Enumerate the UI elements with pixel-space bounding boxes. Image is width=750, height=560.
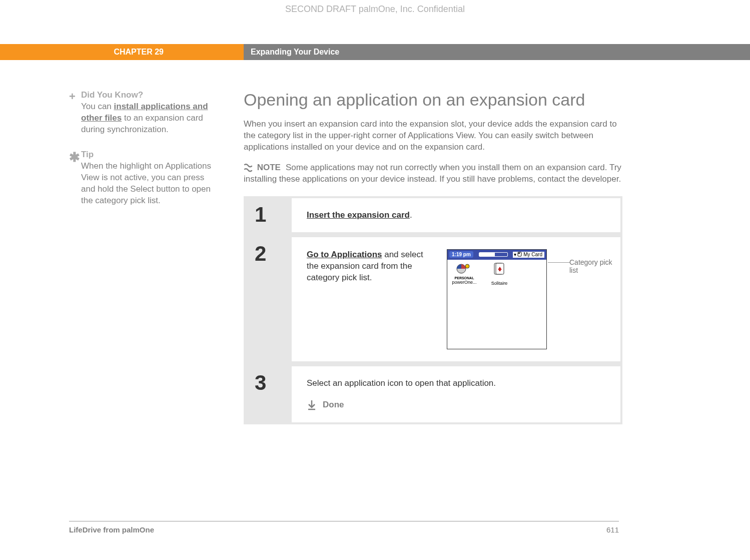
chapter-title: Expanding Your Device [244, 44, 750, 60]
main-content: Opening an application on an expansion c… [244, 90, 750, 424]
go-to-applications-link[interactable]: Go to Applications [307, 250, 382, 259]
tip-text: When the highlight on Applications View … [81, 161, 220, 207]
svg-point-3 [465, 264, 469, 268]
step-3: 3 Select an application icon to open tha… [246, 361, 620, 422]
app-label-2a [485, 276, 513, 281]
tip-content: Tip When the highlight on Applications V… [81, 150, 220, 207]
svg-point-6 [499, 269, 501, 271]
done-row: Done [307, 399, 611, 410]
device-screenshot: 1:19 pm ▾ My Card [447, 249, 547, 349]
header-bar: CHAPTER 29 Expanding Your Device [0, 44, 750, 60]
footer: LifeDrive from palmOne 611 [69, 521, 619, 534]
dyk-pre: You can [81, 102, 114, 111]
did-you-know-text: You can install applications and other f… [81, 101, 220, 136]
category-picker[interactable]: ▾ My Card [513, 252, 544, 258]
card-icon [517, 252, 522, 258]
page-heading: Opening an application on an expansion c… [244, 90, 622, 110]
note-label: NOTE [257, 163, 281, 172]
step-3-text: Select an application icon to open that … [307, 378, 611, 388]
note-block: NOTESome applications may not run correc… [244, 162, 622, 185]
plus-icon: + [69, 90, 81, 136]
step-1-body: Insert the expansion card. [292, 198, 620, 232]
app-solitaire[interactable]: Solitaire [485, 262, 513, 286]
watermark-text: SECOND DRAFT palmOne, Inc. Confidential [0, 4, 750, 15]
step-2: 2 Go to Applications and select the expa… [246, 232, 620, 361]
screenshot-titlebar: 1:19 pm ▾ My Card [447, 250, 546, 260]
step-3-number: 3 [246, 366, 292, 422]
intro-paragraph: When you insert an expansion card into t… [244, 119, 622, 153]
app-powerone[interactable]: PERSONAL powerOne... [450, 262, 478, 286]
tip-block: ✱ Tip When the highlight on Applications… [69, 150, 220, 207]
footer-page-number: 611 [606, 525, 619, 534]
asterisk-icon: ✱ [69, 150, 81, 207]
note-icon [244, 163, 253, 172]
app-label-1a: PERSONAL [450, 276, 478, 280]
done-arrow-icon [307, 399, 317, 410]
chevron-down-icon: ▾ [514, 252, 516, 257]
step-2-text: Go to Applications and select the expans… [307, 249, 437, 284]
did-you-know-block: + Did You Know? You can install applicat… [69, 90, 220, 136]
step-2-body: Go to Applications and select the expans… [292, 237, 620, 361]
step-1: 1 Insert the expansion card. [246, 198, 620, 232]
callout-line [548, 262, 570, 263]
page-body: + Did You Know? You can install applicat… [0, 90, 750, 424]
step-1-tail: . [410, 210, 412, 220]
did-you-know-heading: Did You Know? [81, 90, 220, 100]
app-label-2b: Solitaire [485, 281, 513, 286]
tip-heading: Tip [81, 150, 220, 160]
footer-product: LifeDrive from palmOne [69, 525, 154, 534]
did-you-know-content: Did You Know? You can install applicatio… [81, 90, 220, 136]
step-3-body: Select an application icon to open that … [292, 366, 620, 422]
screenshot-time: 1:19 pm [449, 251, 473, 258]
battery-icon [479, 252, 508, 257]
step-2-number: 2 [246, 237, 292, 361]
apps-row: PERSONAL powerOne... Solitaire [447, 260, 546, 288]
svg-rect-1 [518, 253, 520, 254]
callout-label: Category pick list [569, 258, 614, 275]
category-label: My Card [523, 252, 542, 257]
sidebar: + Did You Know? You can install applicat… [0, 90, 244, 424]
chapter-label: CHAPTER 29 [0, 44, 244, 60]
note-text: Some applications may not run correctly … [244, 163, 621, 184]
done-label: Done [323, 400, 344, 410]
insert-card-link[interactable]: Insert the expansion card [307, 210, 410, 220]
step-1-number: 1 [246, 198, 292, 232]
app-label-1b: powerOne... [450, 280, 478, 285]
steps-container: 1 Insert the expansion card. 2 Go to App… [244, 196, 622, 424]
